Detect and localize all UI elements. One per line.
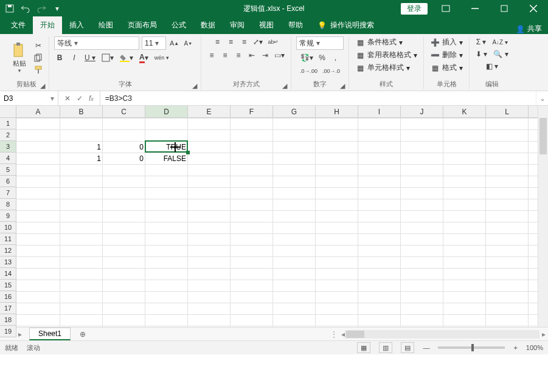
row-header[interactable]: 2 — [0, 129, 16, 141]
row-header[interactable]: 17 — [0, 303, 16, 314]
column-header[interactable]: E — [188, 106, 231, 117]
row-header[interactable]: 3 — [0, 141, 16, 153]
tell-me[interactable]: 💡 操作说明搜索 — [310, 16, 381, 34]
cell[interactable]: 0 — [103, 153, 145, 164]
tab-view[interactable]: 视图 — [252, 16, 281, 34]
font-color-button[interactable]: A▾ — [138, 52, 150, 63]
underline-button[interactable]: U ▾ — [83, 52, 97, 63]
vertical-scrollbar[interactable] — [538, 106, 548, 327]
scrollbar-thumb[interactable] — [346, 331, 364, 338]
cells-area[interactable]: 10TRUE10FALSE — [16, 118, 538, 327]
close-icon[interactable] — [522, 1, 544, 16]
merge-center-icon[interactable]: ▭▾ — [273, 50, 286, 61]
zoom-out-button[interactable]: — — [423, 344, 429, 351]
expand-formula-bar-icon[interactable]: ⌄ — [536, 91, 548, 105]
row-header[interactable]: 15 — [0, 280, 16, 291]
formula-input[interactable]: =B3>C3 — [100, 91, 536, 105]
orientation-icon[interactable]: ⤢▾ — [252, 36, 264, 47]
row-header[interactable]: 4 — [0, 153, 16, 164]
scrollbar-thumb[interactable] — [539, 118, 547, 154]
tab-page-layout[interactable]: 页面布局 — [120, 16, 164, 34]
hscroll-right-icon[interactable]: ▸ — [542, 330, 546, 339]
column-header[interactable]: J — [401, 106, 443, 117]
tab-data[interactable]: 数据 — [193, 16, 223, 34]
tab-review[interactable]: 审阅 — [223, 16, 252, 34]
row-header[interactable]: 11 — [0, 233, 16, 245]
row-header[interactable]: 12 — [0, 245, 16, 256]
name-box[interactable]: D3 ▾ — [0, 91, 58, 105]
row-header[interactable]: 19 — [0, 326, 16, 337]
share-button[interactable]: 👤 共享 — [516, 24, 542, 34]
autosum-icon[interactable]: Σ ▾ — [475, 36, 488, 47]
format-painter-icon[interactable] — [33, 64, 44, 75]
wrap-text-icon[interactable]: ab↵ — [266, 36, 280, 47]
row-header[interactable]: 13 — [0, 256, 16, 268]
column-header[interactable]: G — [273, 106, 316, 117]
cell[interactable]: TRUE — [145, 141, 188, 153]
fill-color-button[interactable]: ▾ — [119, 52, 134, 63]
horizontal-scrollbar[interactable] — [345, 330, 539, 339]
column-header[interactable]: C — [103, 106, 145, 117]
align-bottom-icon[interactable]: ≡ — [238, 36, 249, 47]
row-header[interactable]: 5 — [0, 164, 16, 176]
column-header[interactable]: K — [443, 106, 486, 117]
tab-help[interactable]: 帮助 — [281, 16, 310, 34]
paste-button[interactable]: 粘贴 ▼ — [9, 41, 30, 75]
tab-split-handle[interactable]: ⋮ — [330, 330, 338, 339]
zoom-slider[interactable] — [438, 346, 505, 349]
tab-draw[interactable]: 绘图 — [91, 16, 120, 34]
fill-handle[interactable] — [186, 151, 190, 154]
column-header[interactable]: F — [231, 106, 273, 117]
minimize-icon[interactable] — [464, 1, 486, 16]
delete-cells-button[interactable]: ➖删除 ▾ — [429, 49, 464, 61]
increase-indent-icon[interactable]: ⇥ — [260, 50, 271, 61]
cell[interactable]: 1 — [60, 141, 103, 153]
column-header[interactable]: H — [316, 106, 358, 117]
cell[interactable]: 0 — [103, 141, 145, 153]
zoom-thumb[interactable] — [471, 344, 474, 351]
percent-format-icon[interactable]: % — [317, 52, 328, 63]
column-header[interactable]: L — [486, 106, 529, 117]
decrease-decimal-icon[interactable]: .00→.0 — [321, 66, 341, 77]
decrease-indent-icon[interactable]: ⇤ — [246, 50, 257, 61]
select-all-button[interactable] — [0, 106, 16, 118]
dialog-launcher-icon[interactable]: ◢ — [39, 82, 46, 89]
cell-styles-button[interactable]: ▦单元格样式 ▾ — [354, 62, 418, 74]
maximize-icon[interactable] — [493, 1, 515, 16]
cell[interactable]: FALSE — [145, 153, 188, 164]
row-header[interactable]: 6 — [0, 176, 16, 187]
align-middle-icon[interactable]: ≡ — [225, 36, 236, 47]
accounting-format-icon[interactable]: 💱▾ — [299, 52, 314, 63]
font-size-combo[interactable]: 11▾ — [142, 36, 166, 50]
align-right-icon[interactable]: ≡ — [233, 50, 244, 61]
sheet-tab[interactable]: Sheet1 — [29, 328, 71, 340]
dialog-launcher-icon[interactable]: ◢ — [339, 82, 346, 89]
dialog-launcher-icon[interactable]: ◢ — [191, 82, 198, 89]
enter-formula-icon[interactable]: ✓ — [77, 94, 83, 103]
font-name-combo[interactable]: 等线▾ — [54, 36, 139, 50]
tab-home[interactable]: 开始 — [33, 16, 62, 34]
fill-icon[interactable]: ⬇ ▾ — [474, 49, 488, 60]
sort-filter-icon[interactable]: A↓Z ▾ — [491, 36, 509, 47]
ribbon-display-options-icon[interactable] — [435, 1, 457, 16]
fx-icon[interactable]: fx — [89, 94, 94, 103]
italic-button[interactable]: I — [69, 52, 80, 63]
increase-font-icon[interactable]: A▲ — [168, 38, 180, 49]
undo-icon[interactable] — [19, 2, 32, 15]
tab-formulas[interactable]: 公式 — [164, 16, 193, 34]
normal-view-icon[interactable]: ▦ — [357, 342, 370, 353]
dialog-launcher-icon[interactable]: ◢ — [281, 82, 288, 89]
row-headers[interactable]: 12345678910111213141516171819 — [0, 118, 16, 337]
increase-decimal-icon[interactable]: .0→.00 — [299, 66, 319, 77]
row-header[interactable]: 18 — [0, 314, 16, 326]
page-break-view-icon[interactable]: ▤ — [401, 342, 414, 353]
clear-icon[interactable]: ◧ ▾ — [485, 61, 499, 72]
save-icon[interactable] — [4, 2, 16, 15]
column-header[interactable]: D — [145, 106, 188, 117]
zoom-level[interactable]: 100% — [526, 344, 543, 351]
align-center-icon[interactable]: ≡ — [220, 50, 231, 61]
find-select-icon[interactable]: 🔍 ▾ — [492, 49, 509, 60]
row-header[interactable]: 8 — [0, 199, 16, 210]
copy-icon[interactable] — [33, 52, 44, 63]
row-header[interactable]: 16 — [0, 291, 16, 303]
